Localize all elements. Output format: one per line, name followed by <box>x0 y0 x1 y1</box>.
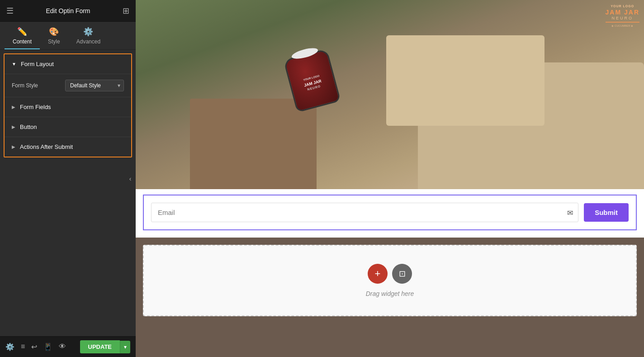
canvas-area: YOUR LOGO JAM JAR NEURO YOUR LOGO JAM JA… <box>136 0 644 357</box>
eye-icon[interactable]: 👁 <box>59 343 66 351</box>
optin-form: ✉ Submit <box>143 195 637 230</box>
logo-top-right: YOUR LOGO JAM JAR NEURO ◈ CUCUMBER ◈ <box>606 5 639 27</box>
advanced-tab-label: Advanced <box>76 38 100 45</box>
history-icon[interactable]: ↩ <box>31 343 37 351</box>
settings-icon[interactable]: ⚙️ <box>5 343 14 351</box>
topbar: ☰ Edit Optin Form ⊞ <box>0 0 136 22</box>
actions-arrow: ▶ <box>12 144 15 149</box>
button-label: Button <box>20 124 37 130</box>
advanced-tab-icon: ⚙️ <box>83 27 93 37</box>
tabs-bar: ✏️ Content 🎨 Style ⚙️ Advanced <box>0 22 136 50</box>
update-button[interactable]: UPDATE <box>80 340 120 353</box>
menu-icon[interactable]: ☰ <box>6 6 14 16</box>
drag-icons: + ⊡ <box>368 264 412 284</box>
drag-widget-area[interactable]: + ⊡ Drag widget here <box>143 245 637 316</box>
form-container: ✉ Submit <box>136 189 644 238</box>
section-actions-after-submit[interactable]: ▶ Actions After Submit <box>5 137 131 157</box>
submit-button[interactable]: Submit <box>584 203 629 222</box>
content-tab-icon: ✏️ <box>17 27 27 37</box>
form-fields-label: Form Fields <box>20 104 51 110</box>
tab-style[interactable]: 🎨 Style <box>40 23 68 49</box>
hero-section: YOUR LOGO JAM JAR NEURO YOUR LOGO JAM JA… <box>136 0 644 189</box>
form-style-label: Form Style <box>12 82 38 89</box>
jar-label: YOUR LOGO JAM JAR NEURO <box>301 69 323 92</box>
style-tab-label: Style <box>48 38 60 45</box>
main-content: YOUR LOGO JAM JAR NEURO YOUR LOGO JAM JA… <box>136 0 644 357</box>
topbar-title: Edit Optin Form <box>46 7 90 14</box>
bottom-bar: ⚙️ ≡ ↩ 📱 👁 UPDATE ▾ <box>0 336 136 357</box>
update-btn-group: UPDATE ▾ <box>80 340 130 353</box>
stone-left <box>190 99 317 189</box>
add-widget-icon[interactable]: + <box>368 264 388 284</box>
form-style-row: Form Style Default Style Custom Style <box>5 74 131 97</box>
device-icon[interactable]: 📱 <box>43 343 52 351</box>
form-layout-arrow: ▼ <box>12 62 16 67</box>
email-input[interactable] <box>151 203 578 222</box>
tab-content[interactable]: ✏️ Content <box>5 23 40 49</box>
update-arrow-button[interactable]: ▾ <box>120 341 130 353</box>
actions-label: Actions After Submit <box>20 143 73 150</box>
button-arrow: ▶ <box>12 124 15 129</box>
bottom-icons: ⚙️ ≡ ↩ 📱 👁 <box>5 343 66 351</box>
section-button[interactable]: ▶ Button <box>5 117 131 137</box>
stone-right-medium <box>386 35 545 126</box>
email-input-wrapper: ✉ <box>151 203 578 222</box>
drag-widget-label: Drag widget here <box>366 290 414 297</box>
content-tab-label: Content <box>13 38 32 45</box>
grid-icon[interactable]: ⊞ <box>123 6 129 16</box>
form-style-select[interactable]: Default Style Custom Style <box>65 80 124 91</box>
layers-icon[interactable]: ≡ <box>21 343 25 351</box>
tab-advanced[interactable]: ⚙️ Advanced <box>68 23 109 49</box>
orange-border-section: ▼ Form Layout Form Style Default Style C… <box>4 53 132 157</box>
section-form-fields[interactable]: ▶ Form Fields <box>5 97 131 117</box>
style-tab-icon: 🎨 <box>49 27 59 37</box>
form-layout-label: Form Layout <box>21 61 54 67</box>
form-style-select-wrapper[interactable]: Default Style Custom Style <box>65 80 124 91</box>
section-form-layout[interactable]: ▼ Form Layout <box>5 54 131 74</box>
panel-content: ▼ Form Layout Form Style Default Style C… <box>0 50 136 336</box>
form-fields-arrow: ▶ <box>12 105 15 109</box>
sidebar: ☰ Edit Optin Form ⊞ ✏️ Content 🎨 Style ⚙… <box>0 0 136 357</box>
email-icon: ✉ <box>567 208 573 217</box>
folder-icon[interactable]: ⊡ <box>392 264 412 284</box>
